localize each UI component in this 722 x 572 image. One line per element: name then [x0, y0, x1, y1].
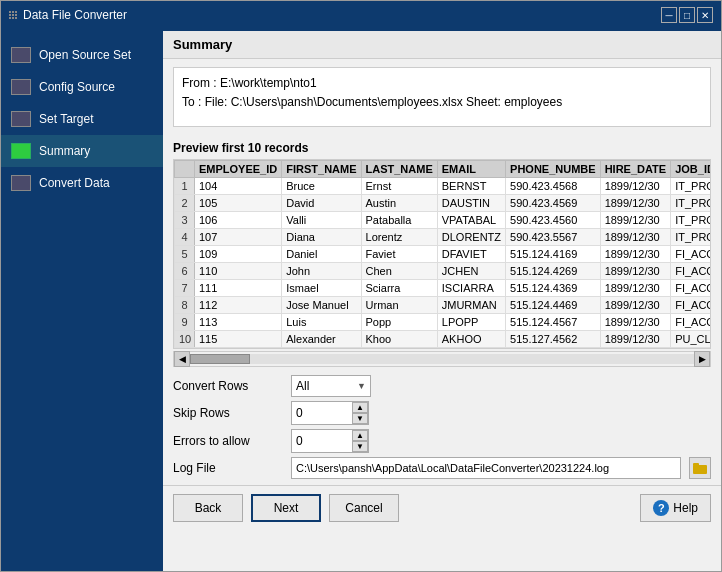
table-cell: 111: [195, 280, 282, 297]
convert-rows-chevron: ▼: [357, 381, 366, 391]
col-last-name: LAST_NAME: [361, 161, 437, 178]
table-cell: Lorentz: [361, 229, 437, 246]
row-number: 1: [175, 178, 195, 195]
back-button[interactable]: Back: [173, 494, 243, 522]
table-cell: Khoo: [361, 331, 437, 348]
table-row: 3106ValliPataballaVPATABAL590.423.456018…: [175, 212, 712, 229]
col-first-name: FIRST_NAME: [282, 161, 361, 178]
table-cell: DAUSTIN: [437, 195, 505, 212]
sidebar-label-summary: Summary: [39, 144, 90, 158]
log-file-label: Log File: [173, 461, 283, 475]
table-cell: 1899/12/30: [600, 229, 671, 246]
table-cell: 106: [195, 212, 282, 229]
cancel-button[interactable]: Cancel: [329, 494, 399, 522]
sidebar-item-set-target[interactable]: Set Target: [1, 103, 163, 135]
log-browse-button[interactable]: [689, 457, 711, 479]
folder-icon: [693, 462, 707, 474]
table-cell: DLORENTZ: [437, 229, 505, 246]
convert-rows-label: Convert Rows: [173, 379, 283, 393]
convert-rows-select[interactable]: All ▼: [291, 375, 371, 397]
options-area: Convert Rows All ▼ Skip Rows ▲ ▼: [163, 369, 721, 485]
table-cell: PU_CLER: [671, 331, 711, 348]
errors-label: Errors to allow: [173, 434, 283, 448]
sidebar-icon-open-source-set: [11, 47, 31, 63]
table-row: 10115AlexanderKhooAKHOO515.127.45621899/…: [175, 331, 712, 348]
row-number: 3: [175, 212, 195, 229]
table-cell: 109: [195, 246, 282, 263]
errors-down[interactable]: ▼: [352, 441, 368, 452]
scroll-left-button[interactable]: ◀: [174, 351, 190, 367]
table-cell: 1899/12/30: [600, 212, 671, 229]
skip-rows-up[interactable]: ▲: [352, 402, 368, 413]
close-button[interactable]: ✕: [697, 7, 713, 23]
table-cell: 515.127.4562: [506, 331, 601, 348]
table-cell: 1899/12/30: [600, 263, 671, 280]
main-window: Data File Converter ─ □ ✕ Open Source Se…: [0, 0, 722, 572]
skip-rows-buttons: ▲ ▼: [352, 402, 368, 424]
table-row: 1104BruceErnstBERNST590.423.45681899/12/…: [175, 178, 712, 195]
table-cell: Chen: [361, 263, 437, 280]
log-file-row: Log File: [173, 457, 711, 479]
sidebar-item-config-source[interactable]: Config Source: [1, 71, 163, 103]
scroll-track[interactable]: [190, 354, 694, 364]
minimize-button[interactable]: ─: [661, 7, 677, 23]
table-cell: 1899/12/30: [600, 280, 671, 297]
table-cell: 107: [195, 229, 282, 246]
table-row: 9113LuisPoppLPOPP515.124.45671899/12/30F…: [175, 314, 712, 331]
row-number: 6: [175, 263, 195, 280]
sidebar-item-summary[interactable]: Summary: [1, 135, 163, 167]
table-cell: AKHOO: [437, 331, 505, 348]
sidebar-icon-summary: [11, 143, 31, 159]
table-cell: 110: [195, 263, 282, 280]
table-cell: Popp: [361, 314, 437, 331]
table-cell: FI_ACCO: [671, 314, 711, 331]
errors-spinner[interactable]: ▲ ▼: [291, 429, 369, 453]
table-cell: Ismael: [282, 280, 361, 297]
sidebar-label-open-source-set: Open Source Set: [39, 48, 131, 62]
table-cell: DFAVIET: [437, 246, 505, 263]
log-file-input[interactable]: [291, 457, 681, 479]
help-label: Help: [673, 501, 698, 515]
table-cell: Jose Manuel: [282, 297, 361, 314]
row-number: 10: [175, 331, 195, 348]
table-row: 4107DianaLorentzDLORENTZ590.423.55671899…: [175, 229, 712, 246]
col-phone: PHONE_NUMBE: [506, 161, 601, 178]
table-cell: 104: [195, 178, 282, 195]
sidebar-icon-set-target: [11, 111, 31, 127]
scroll-right-button[interactable]: ▶: [694, 351, 710, 367]
window-title: Data File Converter: [23, 8, 127, 22]
horizontal-scrollbar[interactable]: ◀ ▶: [173, 351, 711, 367]
skip-rows-label: Skip Rows: [173, 406, 283, 420]
sidebar-item-convert-data[interactable]: Convert Data: [1, 167, 163, 199]
table-cell: 105: [195, 195, 282, 212]
table-body: 1104BruceErnstBERNST590.423.45681899/12/…: [175, 178, 712, 348]
svg-rect-1: [693, 463, 699, 466]
row-number: 9: [175, 314, 195, 331]
skip-rows-down[interactable]: ▼: [352, 413, 368, 424]
title-bar: Data File Converter ─ □ ✕: [1, 1, 721, 29]
scroll-thumb[interactable]: [190, 354, 250, 364]
table-cell: 112: [195, 297, 282, 314]
errors-up[interactable]: ▲: [352, 430, 368, 441]
errors-input[interactable]: [292, 430, 352, 452]
table-cell: 590.423.5567: [506, 229, 601, 246]
skip-rows-input[interactable]: [292, 402, 352, 424]
row-number: 5: [175, 246, 195, 263]
table-row: 7111IsmaelSciarraISCIARRA515.124.4369189…: [175, 280, 712, 297]
footer: Back Next Cancel ? Help: [163, 485, 721, 530]
next-button[interactable]: Next: [251, 494, 321, 522]
maximize-button[interactable]: □: [679, 7, 695, 23]
convert-rows-value: All: [296, 379, 309, 393]
convert-rows-row: Convert Rows All ▼: [173, 375, 711, 397]
data-table-container: EMPLOYEE_ID FIRST_NAME LAST_NAME EMAIL P…: [173, 159, 711, 349]
help-button[interactable]: ? Help: [640, 494, 711, 522]
preview-header: Preview first 10 records: [163, 137, 721, 159]
row-number: 7: [175, 280, 195, 297]
skip-rows-spinner[interactable]: ▲ ▼: [291, 401, 369, 425]
table-cell: Austin: [361, 195, 437, 212]
table-cell: Urman: [361, 297, 437, 314]
sidebar-item-open-source-set[interactable]: Open Source Set: [1, 39, 163, 71]
table-cell: 115: [195, 331, 282, 348]
svg-rect-0: [693, 465, 707, 474]
panel-header: Summary: [163, 29, 721, 59]
